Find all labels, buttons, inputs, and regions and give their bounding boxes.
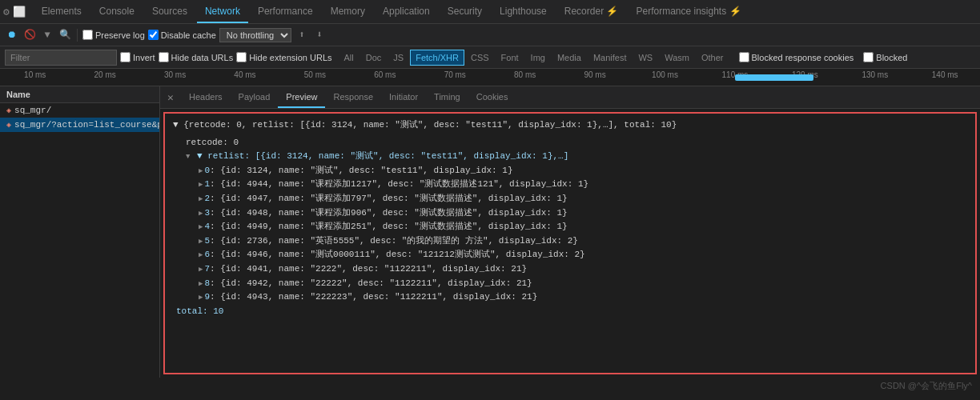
type-btn-manifest[interactable]: Manifest <box>588 50 633 66</box>
preview-item-0[interactable]: ▶0: {id: 3124, name: "测试", desc: "test11… <box>173 164 967 178</box>
type-btn-css[interactable]: CSS <box>465 50 495 66</box>
item-triangle-0: ▶ <box>199 167 203 175</box>
disable-cache-checkbox[interactable]: Disable cache <box>148 30 216 40</box>
item-value-5: : {id: 2736, name: "英语5555", desc: "的我的期… <box>210 236 578 246</box>
item-value-7: : {id: 4941, name: "2222", desc: "112221… <box>210 264 527 274</box>
preview-item-7[interactable]: ▶7: {id: 4941, name: "2222", desc: "1122… <box>173 262 967 277</box>
type-btn-wasm[interactable]: Wasm <box>659 50 695 66</box>
record-button[interactable]: ⏺ <box>5 28 19 42</box>
hide-data-urls-checkbox[interactable]: Hide data URLs <box>159 52 234 62</box>
blocked-cookies-label: Blocked response cookies <box>752 53 854 62</box>
timeline-label-5: 60 ms <box>350 70 420 79</box>
preview-item-5[interactable]: ▶5: {id: 2736, name: "英语5555", desc: "的我… <box>173 234 967 249</box>
preview-summary[interactable]: ▼ {retcode: 0, retlist: [{id: 3124, name… <box>173 118 967 133</box>
inner-tab-initiator[interactable]: Initiator <box>381 86 426 108</box>
tab-performance[interactable]: Performance <box>250 0 321 23</box>
item-value-4: : {id: 4949, name: "课程添加251", desc: "测试数… <box>210 222 568 231</box>
preview-items-container: ▶0: {id: 3124, name: "测试", desc: "test11… <box>173 164 967 305</box>
item-value-8: : {id: 4942, name: "22222", desc: "11222… <box>210 278 532 288</box>
request-list: Name ◈ sq_mgr/ ◈ sq_mgr/?action=list_cou… <box>0 86 160 378</box>
invert-checkbox[interactable]: Invert <box>120 52 155 62</box>
tab-lighthouse[interactable]: Lighthouse <box>492 0 555 23</box>
invert-input[interactable] <box>120 52 131 62</box>
type-btn-js[interactable]: JS <box>388 50 409 66</box>
item-triangle-9: ▶ <box>199 294 203 302</box>
timeline-label-9: 100 ms <box>630 70 700 79</box>
type-btn-font[interactable]: Font <box>496 50 524 66</box>
export-button[interactable]: ⬇ <box>312 28 327 42</box>
watermark: CSDN @^会飞的鱼Fly^ <box>881 380 972 392</box>
clear-button[interactable]: 🚫 <box>22 28 37 42</box>
hide-extension-urls-input[interactable] <box>236 52 247 62</box>
disable-cache-label: Disable cache <box>161 30 216 40</box>
retlist-header-text: ▼ retlist: [{id: 3124, name: "测试", desc:… <box>197 151 568 161</box>
hide-data-urls-label: Hide data URLs <box>171 53 234 62</box>
inner-tab-headers[interactable]: Headers <box>181 86 231 108</box>
hide-extension-urls-checkbox[interactable]: Hide extension URLs <box>236 52 331 62</box>
device-icon[interactable]: ⬜ <box>13 6 26 18</box>
item-triangle-5: ▶ <box>199 238 203 246</box>
preview-item-6[interactable]: ▶6: {id: 4946, name: "测试0000111", desc: … <box>173 248 967 262</box>
preview-item-8[interactable]: ▶8: {id: 4942, name: "22222", desc: "112… <box>173 277 967 291</box>
preview-item-3[interactable]: ▶3: {id: 4948, name: "课程添加906", desc: "测… <box>173 206 967 221</box>
inspect-icon[interactable]: ⚙ <box>3 6 10 18</box>
inner-tab-payload[interactable]: Payload <box>231 86 279 108</box>
item-value-9: : {id: 4943, name: "222223", desc: "1122… <box>210 292 537 302</box>
tab-application[interactable]: Application <box>375 0 438 23</box>
type-btn-other[interactable]: Other <box>696 50 729 66</box>
blocked-input[interactable] <box>863 52 874 62</box>
preview-panel: ✕ Headers Payload Preview Response Initi… <box>160 86 980 378</box>
devtools-icon-group: ⚙ ⬜ <box>3 6 26 18</box>
type-btn-img[interactable]: Img <box>525 50 551 66</box>
invert-label: Invert <box>133 53 155 62</box>
disable-cache-input[interactable] <box>148 30 159 40</box>
tab-console[interactable]: Console <box>91 0 143 23</box>
tab-security[interactable]: Security <box>440 0 490 23</box>
inner-tab-cookies[interactable]: Cookies <box>468 86 516 108</box>
tab-elements[interactable]: Elements <box>34 0 90 23</box>
network-toolbar: ⏺ 🚫 ▼ 🔍 Preserve log Disable cache No th… <box>0 24 980 46</box>
search-button[interactable]: 🔍 <box>58 28 72 42</box>
timeline-label-2: 30 ms <box>140 70 210 79</box>
inner-tab-timing[interactable]: Timing <box>426 86 468 108</box>
tab-recorder[interactable]: Recorder ⚡ <box>556 0 627 23</box>
item-triangle-7: ▶ <box>199 266 203 274</box>
import-button[interactable]: ⬆ <box>295 28 309 42</box>
request-name-0: sq_mgr/ <box>14 106 51 115</box>
request-item-0[interactable]: ◈ sq_mgr/ <box>0 103 159 118</box>
retlist-header[interactable]: ▼ ▼ retlist: [{id: 3124, name: "测试", des… <box>173 150 967 164</box>
type-btn-all[interactable]: All <box>339 50 359 66</box>
request-icon-0: ◈ <box>6 106 11 115</box>
tab-performance-insights[interactable]: Performance insights ⚡ <box>628 0 749 23</box>
item-triangle-6: ▶ <box>199 251 203 259</box>
blocked-label[interactable]: Blocked <box>863 52 907 62</box>
preview-item-9[interactable]: ▶9: {id: 4943, name: "222223", desc: "11… <box>173 290 967 305</box>
inner-tab-response[interactable]: Response <box>325 86 381 108</box>
type-btn-media[interactable]: Media <box>552 50 587 66</box>
close-button[interactable]: ✕ <box>163 90 178 105</box>
timeline-label-13: 140 ms <box>910 70 979 79</box>
preview-item-1[interactable]: ▶1: {id: 4944, name: "课程添加1217", desc: "… <box>173 178 967 192</box>
preserve-log-input[interactable] <box>82 30 93 40</box>
type-btn-ws[interactable]: WS <box>633 50 658 66</box>
tab-memory[interactable]: Memory <box>323 0 373 23</box>
tab-sources[interactable]: Sources <box>144 0 195 23</box>
throttle-select[interactable]: No throttling <box>219 28 291 42</box>
preview-item-2[interactable]: ▶2: {id: 4947, name: "课程添加797", desc: "测… <box>173 192 967 206</box>
filter-input[interactable] <box>5 50 117 66</box>
blocked-cookies-checkbox[interactable]: Blocked response cookies <box>739 52 854 62</box>
hide-data-urls-input[interactable] <box>159 52 169 62</box>
tab-network[interactable]: Network <box>197 0 248 23</box>
timeline-label-1: 20 ms <box>70 70 139 79</box>
filter-button[interactable]: ▼ <box>40 28 54 42</box>
type-btn-fetch-xhr[interactable]: Fetch/XHR <box>410 50 464 66</box>
item-value-3: : {id: 4948, name: "课程添加906", desc: "测试数… <box>210 208 568 218</box>
item-value-2: : {id: 4947, name: "课程添加797", desc: "测试数… <box>210 194 568 203</box>
type-btn-doc[interactable]: Doc <box>360 50 388 66</box>
blocked-cookies-input[interactable] <box>739 52 749 62</box>
preview-item-4[interactable]: ▶4: {id: 4949, name: "课程添加251", desc: "测… <box>173 220 967 234</box>
timeline-label-3: 40 ms <box>210 70 279 79</box>
preserve-log-checkbox[interactable]: Preserve log <box>82 30 145 40</box>
request-item-1[interactable]: ◈ sq_mgr/?action=list_course&p... <box>0 118 159 132</box>
inner-tab-preview[interactable]: Preview <box>278 86 325 108</box>
